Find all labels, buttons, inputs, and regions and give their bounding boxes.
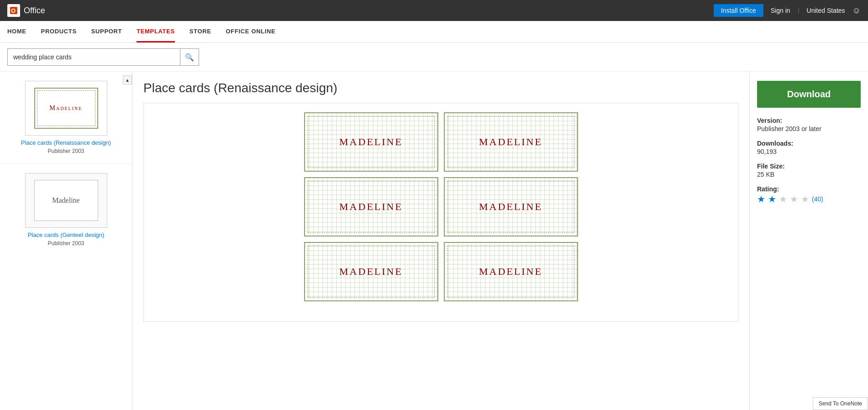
nav-office-online[interactable]: OFFICE ONLINE	[226, 21, 276, 42]
place-card-2: MADELINE	[444, 112, 578, 172]
place-card-4: MADELINE	[444, 177, 578, 237]
place-card-5: MADELINE	[304, 242, 438, 301]
sidebar-card-name-1: Madeline	[50, 105, 83, 112]
place-card-name-2: MADELINE	[479, 136, 542, 148]
content-area: Place cards (Renaissance design) MADELIN…	[132, 72, 749, 410]
rating-label: Rating:	[757, 185, 861, 193]
star-1[interactable]: ★	[757, 194, 765, 205]
sidebar: ▲ Madeline Place cards (Renaissance desi…	[0, 72, 132, 410]
downloads-section: Downloads: 90,193	[757, 140, 861, 155]
sidebar-thumb-renaissance: Madeline	[25, 81, 107, 136]
sidebar-thumb-genteel: Madeline	[25, 173, 107, 228]
search-button[interactable]: 🔍	[180, 49, 199, 65]
region-selector[interactable]: United States	[807, 7, 845, 14]
sidebar-label-genteel[interactable]: Place cards (Genteel design)	[7, 231, 125, 238]
rating-section: Rating: ★ ★ ★ ★ ★ (40)	[757, 185, 861, 205]
sidebar-item-renaissance[interactable]: Madeline Place cards (Renaissance design…	[0, 75, 132, 160]
star-4[interactable]: ★	[790, 194, 798, 205]
office-logo-icon: O	[7, 4, 20, 17]
smiley-icon[interactable]: ☺	[852, 6, 861, 16]
filesize-label: File Size:	[757, 163, 861, 170]
download-button[interactable]: Download	[757, 81, 861, 108]
star-2[interactable]: ★	[768, 194, 776, 205]
sidebar-item-genteel[interactable]: Madeline Place cards (Genteel design) Pu…	[0, 168, 132, 252]
sidebar-divider	[0, 163, 132, 164]
svg-text:O: O	[11, 7, 16, 14]
filesize-section: File Size: 25 KB	[757, 163, 861, 178]
sign-in-link[interactable]: Sign in	[771, 7, 790, 14]
star-3[interactable]: ★	[779, 194, 787, 205]
place-card-name-1: MADELINE	[339, 136, 403, 148]
search-input-wrap: 🔍	[7, 48, 199, 66]
nav-products[interactable]: PRODUCTS	[41, 21, 77, 42]
filesize-value: 25 KB	[757, 171, 861, 178]
nav-bar: HOME PRODUCTS SUPPORT TEMPLATES STORE OF…	[0, 21, 868, 43]
version-value: Publisher 2003 or later	[757, 125, 861, 132]
place-card-name-6: MADELINE	[479, 266, 542, 278]
rating-count[interactable]: (40)	[812, 195, 823, 203]
star-5[interactable]: ★	[801, 194, 809, 205]
search-bar: 🔍	[0, 43, 868, 72]
nav-home[interactable]: HOME	[7, 21, 26, 42]
place-card-name-4: MADELINE	[479, 201, 542, 213]
page-title: Place cards (Renaissance design)	[143, 81, 738, 95]
place-card-3: MADELINE	[304, 177, 438, 237]
separator: ⁝	[798, 7, 800, 14]
version-label: Version:	[757, 117, 861, 124]
version-section: Version: Publisher 2003 or later	[757, 117, 861, 132]
place-cards-grid: MADELINE MADELINE MADELINE MADELINE	[304, 112, 578, 301]
place-card-1: MADELINE	[304, 112, 438, 172]
top-bar: O Office Install Office Sign in ⁝ United…	[0, 0, 868, 21]
preview-area: MADELINE MADELINE MADELINE MADELINE	[143, 103, 738, 322]
office-logo-text: Office	[24, 6, 45, 16]
downloads-label: Downloads:	[757, 140, 861, 147]
sidebar-meta-genteel: Publisher 2003	[47, 240, 84, 247]
search-input[interactable]	[8, 49, 180, 65]
nav-templates[interactable]: TEMPLATES	[137, 21, 175, 42]
sidebar-meta-renaissance: Publisher 2003	[47, 148, 84, 154]
downloads-value: 90,193	[757, 148, 861, 155]
install-office-button[interactable]: Install Office	[714, 4, 763, 17]
place-card-name-5: MADELINE	[339, 266, 403, 278]
sidebar-card-name-2: Madeline	[52, 196, 79, 205]
stars-wrap: ★ ★ ★ ★ ★ (40)	[757, 194, 861, 205]
nav-support[interactable]: SUPPORT	[91, 21, 122, 42]
right-panel: Download Version: Publisher 2003 or late…	[749, 72, 868, 410]
main-layout: ▲ Madeline Place cards (Renaissance desi…	[0, 72, 868, 410]
sidebar-scroll-up[interactable]: ▲	[123, 75, 132, 84]
sidebar-label-renaissance[interactable]: Place cards (Renaissance design)	[7, 139, 125, 146]
place-card-6: MADELINE	[444, 242, 578, 301]
top-bar-right: Install Office Sign in ⁝ United States ☺	[714, 4, 861, 17]
office-logo[interactable]: O Office	[7, 4, 45, 17]
nav-store[interactable]: STORE	[189, 21, 211, 42]
place-card-name-3: MADELINE	[339, 201, 403, 213]
send-to-onenote-button[interactable]: Send To OneNote	[813, 397, 868, 410]
